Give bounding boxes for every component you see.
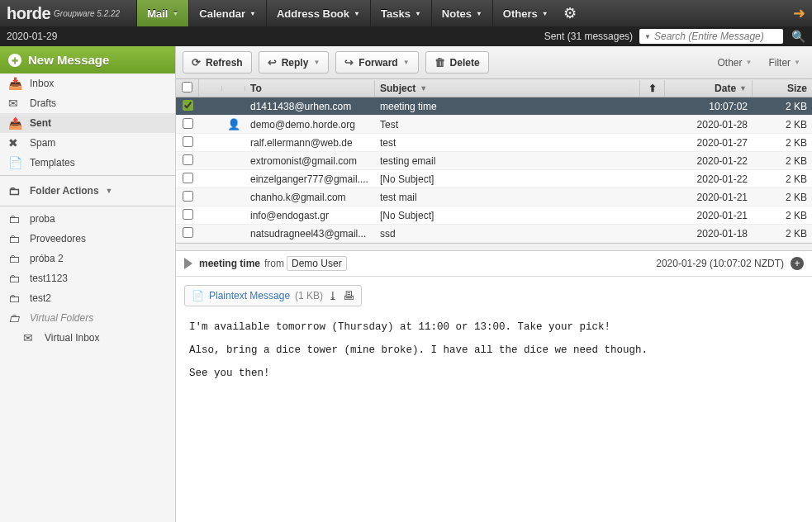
message-row[interactable]: einzelganger777@gmail....[No Subject]202… — [176, 170, 812, 188]
splitter[interactable] — [176, 243, 812, 251]
nav-address-book[interactable]: Address Book▼ — [266, 0, 370, 26]
sidebar-item-drafts[interactable]: ✉Drafts — [0, 93, 175, 113]
new-message-button[interactable]: + New Message — [0, 46, 175, 74]
col-flag1[interactable] — [199, 86, 222, 91]
sidebar: + New Message 📥Inbox✉Drafts📤Sent✖Spam📄Te… — [0, 46, 176, 522]
forward-button[interactable]: ↪ Forward ▼ — [335, 51, 418, 74]
virtual-folders[interactable]: 🗀 Virtual Folders — [0, 308, 175, 328]
search-box[interactable]: ▼ — [639, 29, 783, 44]
row-size: 2 KB — [753, 171, 812, 187]
row-checkbox[interactable] — [183, 191, 193, 202]
nav-calendar[interactable]: Calendar▼ — [188, 0, 266, 26]
chevron-down-icon[interactable]: ▼ — [644, 33, 651, 40]
gear-icon[interactable]: ⚙ — [563, 4, 577, 22]
virtual-folders-label: Virtual Folders — [30, 312, 93, 324]
download-icon[interactable]: ⤓ — [328, 289, 338, 302]
message-row[interactable]: d1411438@urhen.commeeting time10:07:022 … — [176, 97, 812, 116]
row-subject: testing email — [375, 153, 640, 169]
logo-subtitle: Groupware 5.2.22 — [54, 9, 120, 18]
row-checkbox[interactable] — [183, 209, 193, 220]
sidebar-item-label: próba 2 — [30, 253, 64, 264]
forward-label: Forward — [359, 57, 397, 69]
sidebar-item-sent[interactable]: 📤Sent — [0, 113, 175, 133]
nav-others[interactable]: Others▼ — [492, 0, 558, 26]
other-menu[interactable]: Other ▼ — [712, 57, 757, 69]
sidebar-item-label: Drafts — [30, 97, 56, 109]
row-checkbox[interactable] — [183, 118, 193, 129]
message-row[interactable]: ralf.ellermann@web.detest2020-01-272 KB — [176, 134, 812, 152]
search-icon[interactable]: 🔍 — [791, 30, 805, 43]
nav-notes[interactable]: Notes▼ — [431, 0, 492, 26]
chevron-down-icon: ▼ — [745, 59, 752, 66]
search-input[interactable] — [654, 31, 778, 42]
nav-mail[interactable]: Mail▼ — [136, 0, 188, 26]
message-row[interactable]: chanho.k@gmail.comtest mail2020-01-212 K… — [176, 188, 812, 206]
print-icon[interactable]: 🖶 — [343, 289, 354, 302]
row-checkbox[interactable] — [183, 154, 193, 165]
col-date[interactable]: Date ▼ — [665, 80, 753, 97]
folder-icon: 🗀 — [8, 213, 23, 225]
sidebar-folder[interactable]: 🗀Proveedores — [0, 229, 175, 249]
chevron-down-icon: ▼ — [106, 187, 113, 195]
chevron-down-icon: ▼ — [249, 10, 256, 17]
sort-indicator-icon: ▼ — [739, 84, 747, 93]
row-arrow — [640, 122, 665, 127]
select-all-checkbox[interactable] — [176, 79, 199, 97]
message-row[interactable]: natsudragneel43@gmail...ssd2020-01-182 K… — [176, 225, 812, 243]
filter-menu[interactable]: Filter ▼ — [763, 57, 805, 69]
folder-icon: 🗀 — [8, 273, 23, 284]
row-subject: [No Subject] — [375, 207, 640, 224]
message-row[interactable]: info@endogast.gr[No Subject]2020-01-212 … — [176, 206, 812, 225]
sidebar-folder[interactable]: 🗀test1123 — [0, 268, 175, 288]
sidebar-folder[interactable]: 🗀test2 — [0, 288, 175, 308]
row-flag — [199, 159, 222, 164]
preview-from-user[interactable]: Demo User — [287, 256, 347, 271]
row-date: 2020-01-28 — [665, 116, 753, 133]
sidebar-item-label: Spam — [30, 137, 55, 149]
row-checkbox[interactable] — [183, 173, 193, 183]
chevron-down-icon: ▼ — [172, 10, 178, 17]
row-subject: ssd — [375, 225, 640, 242]
delete-button[interactable]: 🗑 Delete — [425, 51, 489, 74]
col-to[interactable]: To — [245, 80, 375, 97]
message-row[interactable]: 👤demo@demo.horde.orgTest2020-01-282 KB — [176, 116, 812, 134]
refresh-button[interactable]: ⟳ Refresh — [183, 51, 252, 74]
sidebar-item-spam[interactable]: ✖Spam — [0, 133, 175, 153]
toolbar: ⟳ Refresh ↩ Reply ▼ ↪ Forward ▼ 🗑 Delete… — [176, 46, 812, 79]
row-checkbox[interactable] — [183, 227, 193, 238]
person-icon: 👤 — [227, 118, 240, 130]
col-size[interactable]: Size — [753, 80, 812, 97]
sidebar-folder[interactable]: 🗀proba — [0, 209, 175, 229]
row-arrow — [640, 104, 665, 109]
content: ⟳ Refresh ↩ Reply ▼ ↪ Forward ▼ 🗑 Delete… — [176, 46, 812, 522]
logout-icon[interactable]: ➜ — [793, 4, 805, 22]
trash-icon: 🗑 — [434, 56, 445, 69]
chevron-down-icon: ▼ — [354, 10, 360, 17]
plaintext-link[interactable]: Plaintext Message — [209, 290, 290, 301]
chevron-down-icon[interactable]: ▼ — [313, 59, 320, 66]
refresh-label: Refresh — [206, 57, 243, 69]
folder-actions[interactable]: 🗀 Folder Actions ▼ — [0, 178, 175, 203]
sidebar-item-label: Inbox — [30, 78, 54, 89]
row-checkbox[interactable] — [183, 100, 193, 111]
chevron-down-icon[interactable]: ▼ — [403, 59, 410, 66]
col-flag2[interactable] — [222, 86, 245, 91]
sidebar-item-label: Sent — [30, 117, 51, 129]
sidebar-item-inbox[interactable]: 📥Inbox — [0, 74, 175, 93]
row-checkbox[interactable] — [183, 136, 193, 147]
col-direction[interactable]: ⬆ — [640, 80, 665, 97]
refresh-icon: ⟳ — [192, 56, 201, 69]
row-personal — [222, 213, 245, 218]
message-row[interactable]: extromonist@gmail.comtesting email2020-0… — [176, 152, 812, 170]
sidebar-item-templates[interactable]: 📄Templates — [0, 153, 175, 173]
folder-icon: 🗀 — [8, 233, 23, 244]
expand-icon[interactable] — [184, 258, 192, 269]
reply-button[interactable]: ↩ Reply ▼ — [259, 51, 330, 74]
row-date: 2020-01-21 — [665, 207, 753, 224]
col-subject[interactable]: Subject ▼ — [375, 80, 640, 97]
sidebar-folder[interactable]: 🗀próba 2 — [0, 249, 175, 268]
sidebar-item-virtual-inbox[interactable]: ✉ Virtual Inbox — [0, 328, 175, 348]
add-icon[interactable]: + — [791, 257, 804, 270]
nav-tasks[interactable]: Tasks▼ — [370, 0, 431, 26]
row-arrow — [640, 195, 665, 200]
